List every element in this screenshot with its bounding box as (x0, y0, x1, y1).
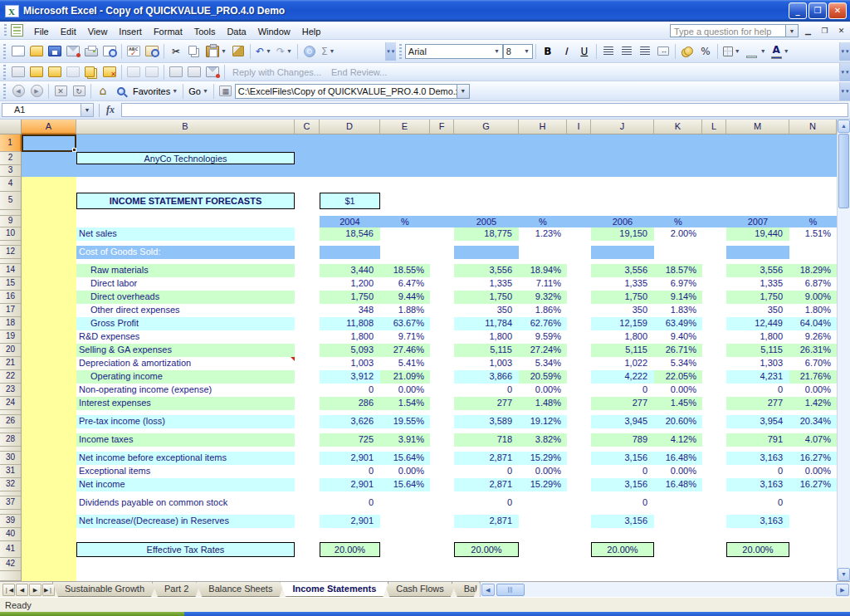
cell-C37[interactable] (295, 496, 320, 510)
cell-J14[interactable]: 3,556 (591, 264, 654, 277)
cell-K39[interactable] (654, 515, 702, 528)
cell-H42[interactable] (519, 558, 567, 571)
cell-A18[interactable] (22, 317, 76, 330)
cell-H30[interactable]: 15.29% (519, 452, 567, 465)
cell-M42[interactable] (726, 558, 789, 571)
cell-I21[interactable] (567, 357, 591, 370)
cell-J19[interactable]: 1,800 (591, 330, 654, 344)
menu-item-view[interactable]: View (82, 24, 114, 39)
cell-C3[interactable] (295, 165, 320, 177)
vertical-scrollbar[interactable]: ▲ ▼ (837, 120, 850, 581)
align-right-button[interactable] (636, 42, 654, 61)
cell-A30[interactable] (22, 452, 76, 465)
menu-item-edit[interactable]: Edit (55, 24, 82, 39)
cell-L28[interactable] (702, 433, 726, 447)
cell-C42[interactable] (295, 558, 320, 571)
format-painter-button[interactable] (229, 42, 247, 61)
cell-H12[interactable] (519, 246, 567, 259)
workbook-icon[interactable] (11, 24, 23, 37)
year-header-2004[interactable]: 2004 (320, 216, 380, 227)
toolbar-grip[interactable] (3, 65, 6, 80)
cell-L31[interactable] (702, 465, 726, 478)
sheet-tab-part-2[interactable]: Part 2 (152, 582, 201, 597)
row-header-2[interactable]: 2 (0, 152, 22, 165)
cell-G30[interactable]: 2,871 (454, 452, 519, 465)
cell-E39[interactable] (380, 515, 430, 528)
cell-C21[interactable] (295, 357, 320, 370)
cell-E32[interactable]: 15.64% (380, 478, 430, 491)
cell-L4[interactable] (702, 177, 726, 192)
cell-C2[interactable] (295, 152, 320, 165)
cell-F2[interactable] (430, 152, 454, 165)
cell-N37[interactable] (789, 496, 837, 510)
cell-A20[interactable] (22, 344, 76, 357)
cell-D24[interactable]: 286 (320, 397, 380, 410)
cell-B4[interactable] (76, 177, 295, 192)
cell-K15[interactable]: 6.97% (654, 277, 702, 291)
cell-C22[interactable] (295, 370, 320, 384)
cell-L40[interactable] (702, 528, 726, 541)
cell-H24[interactable]: 1.48% (519, 397, 567, 410)
cell-K10[interactable]: 2.00% (654, 227, 702, 241)
toolbar-grip[interactable] (3, 84, 6, 99)
cell-F40[interactable] (430, 528, 454, 541)
cell-E24[interactable]: 1.54% (380, 397, 430, 410)
row-header-32[interactable]: 32 (0, 478, 22, 491)
cell-J31[interactable]: 0 (591, 465, 654, 478)
cell-M15[interactable]: 1,335 (726, 277, 789, 291)
cell-G20[interactable]: 5,115 (454, 344, 519, 357)
cell-C40[interactable] (295, 528, 320, 541)
cell-H41[interactable] (519, 541, 567, 558)
cell-D30[interactable]: 2,901 (320, 452, 380, 465)
cell-B6[interactable] (76, 210, 295, 216)
cell-B24[interactable]: Interest expenses (76, 397, 295, 410)
create-review-button[interactable] (125, 63, 143, 81)
cell-G31[interactable]: 0 (454, 465, 519, 478)
cell-L18[interactable] (702, 317, 726, 330)
cell-N39[interactable] (789, 515, 837, 528)
cell-N15[interactable]: 6.87% (789, 277, 837, 291)
cell-A26[interactable] (22, 415, 76, 428)
paste-button[interactable]: ▼ (203, 42, 229, 61)
cell-L39[interactable] (702, 515, 726, 528)
toolbar-options-icon[interactable]: ▾ ▾ (385, 42, 396, 61)
scroll-right-icon[interactable]: ▶ (836, 584, 849, 596)
cell-C41[interactable] (295, 541, 320, 558)
cell-I16[interactable] (567, 291, 591, 304)
toolbar-options-icon[interactable]: ▾ ▾ (839, 82, 850, 100)
horizontal-scroll-thumb[interactable] (496, 584, 525, 596)
company-name-box[interactable]: AnyCo Technologies (76, 152, 295, 164)
update-file-button[interactable] (167, 63, 185, 81)
cell-B20[interactable]: Selling & GA expenses (76, 344, 295, 357)
cell-B18[interactable]: Gross Profit (76, 317, 295, 330)
cell-I19[interactable] (567, 330, 591, 344)
cell-B19[interactable]: R&D expenses (76, 330, 295, 344)
cell-J18[interactable]: 12,159 (591, 317, 654, 330)
row-header-4[interactable]: 4 (0, 177, 22, 192)
cell-A5[interactable] (22, 192, 76, 210)
cell-I18[interactable] (567, 317, 591, 330)
cell-C17[interactable] (295, 304, 320, 317)
cell-I15[interactable] (567, 277, 591, 291)
cell-H1[interactable] (519, 134, 567, 152)
cell-G40[interactable] (454, 528, 519, 541)
cell-K42[interactable] (654, 558, 702, 571)
undo-button[interactable]: ↶▼ (253, 42, 274, 61)
cell-B41[interactable]: Effective Tax Rates (76, 541, 295, 558)
cell-B1[interactable] (76, 134, 295, 152)
cell-D[interactable] (320, 571, 380, 581)
cell-M17[interactable]: 350 (726, 304, 789, 317)
cell-B37[interactable]: Dividends payable on common stock (76, 496, 295, 510)
reply-with-changes-button[interactable]: Reply with Changes... (227, 67, 326, 77)
cell-B23[interactable]: Non-operating income (expense) (76, 384, 295, 397)
cell-M20[interactable]: 5,115 (726, 344, 789, 357)
dropdown-arrow-icon[interactable]: ▼ (784, 48, 789, 54)
cell-J3[interactable] (591, 165, 654, 177)
cell-I20[interactable] (567, 344, 591, 357)
cell-M19[interactable]: 1,800 (726, 330, 789, 344)
cell-J21[interactable]: 1,022 (591, 357, 654, 370)
cell-N26[interactable]: 20.34% (789, 415, 837, 428)
cell-M28[interactable]: 791 (726, 433, 789, 447)
cell-N23[interactable]: 0.00% (789, 384, 837, 397)
cell-K41[interactable] (654, 541, 702, 558)
